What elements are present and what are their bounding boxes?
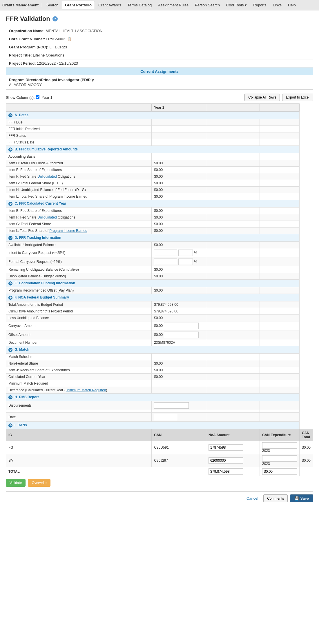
help-icon[interactable]: ?	[52, 16, 58, 21]
save-label: Save	[300, 496, 309, 501]
core-grant-value: H79SM002	[46, 37, 65, 41]
ffr-status-value	[152, 132, 206, 139]
nav-reports[interactable]: Reports	[250, 1, 269, 9]
section-e-collapse-icon[interactable]: ⊖	[8, 281, 12, 285]
unliquidated-link-1[interactable]: Unliquidated	[37, 174, 57, 179]
grant-program-row: Grant Program (PCC): LIFECR23	[6, 43, 313, 51]
section-b-label: B. FFR Cumulative Reported Amounts	[14, 147, 78, 151]
section-i-collapse-icon[interactable]: ⊖	[8, 423, 12, 427]
ffr-initial-received-label: FFR Initial Received	[6, 126, 152, 132]
ffr-due-value	[152, 119, 206, 126]
validate-overwrite-container: Validate Overwrite	[6, 479, 313, 487]
table-row: Disbursements	[6, 401, 313, 410]
table-row: Item D: Total Fed Funds Authorized $0.00	[6, 160, 313, 167]
can-noa-input-1[interactable]	[209, 444, 243, 451]
nav-terms-catalog[interactable]: Terms Catalog	[124, 1, 155, 9]
table-row: Unobligated Balance (Budget Period) $0.0…	[6, 273, 313, 280]
ffr-due-label: FFR Due	[6, 119, 152, 126]
grant-program-value: LIFECR23	[49, 45, 67, 49]
nav-grant-awards[interactable]: Grant Awards	[95, 1, 124, 9]
cancel-button[interactable]: Cancel	[244, 494, 261, 502]
offset-amount-input[interactable]	[164, 332, 199, 338]
can-noa-1	[206, 441, 260, 454]
project-period-value: 12/16/2022 - 12/15/2023	[37, 61, 78, 66]
nav-search[interactable]: Search	[44, 1, 61, 9]
carryover-amount-input[interactable]	[164, 323, 199, 329]
nav-bar: Grants Management Search Grant Portfolio…	[0, 0, 319, 10]
section-b-collapse-icon[interactable]: ⊖	[8, 148, 12, 152]
table-row: Item J: Recipient Share of Expenditures …	[6, 367, 313, 374]
save-icon: 💾	[294, 496, 299, 501]
section-d-header: ⊖ D. FFR Tracking Information	[6, 234, 313, 242]
cans-total-noa-input[interactable]	[209, 468, 243, 475]
nav-help[interactable]: Help	[285, 1, 299, 9]
disbursements-input[interactable]	[154, 402, 189, 409]
comments-button[interactable]: Comments	[263, 494, 288, 502]
table-row: Difference (Calculated Current Year - Mi…	[6, 387, 313, 394]
section-c-collapse-icon[interactable]: ⊖	[8, 202, 12, 206]
can-can-2: C96J297	[152, 454, 206, 467]
section-f-collapse-icon[interactable]: ⊖	[8, 296, 12, 300]
export-excel-button[interactable]: Export to Excel	[282, 94, 313, 101]
table-row: Remaining Unobligated Balance (Cumulativ…	[6, 266, 313, 273]
save-button[interactable]: 💾 Save	[290, 494, 313, 502]
section-g-collapse-icon[interactable]: ⊖	[8, 348, 12, 352]
intent-carryover-pct[interactable]	[178, 250, 193, 256]
table-row: Item F: Fed Share Unliquidated Obligatio…	[6, 173, 313, 180]
formal-carryover-input[interactable]	[154, 259, 177, 265]
nav-person-search[interactable]: Person Search	[192, 1, 223, 9]
table-row	[6, 410, 313, 413]
col-header-empty1	[206, 104, 260, 112]
section-b-header: ⊖ B. FFR Cumulative Reported Amounts	[6, 146, 313, 153]
org-row: Organization Name: MENTAL HEALTH ASSOCIA…	[6, 27, 313, 35]
section-d-label: D. FFR Tracking Information	[14, 236, 61, 240]
org-value: MENTAL HEALTH ASSOCIATION	[46, 29, 102, 33]
nav-cool-tools[interactable]: Cool Tools	[223, 1, 250, 9]
program-income-link[interactable]: Program Income Earned	[49, 229, 87, 233]
can-noa-input-2[interactable]	[209, 457, 243, 464]
section-c-label: C. FFR Calculated Current Year	[14, 201, 66, 205]
ffr-status-label: FFR Status	[6, 132, 152, 139]
section-h-label: H. PMS Report	[14, 395, 39, 399]
cans-col-can: CAN	[152, 429, 206, 441]
nav-assignment-rules[interactable]: Assignment Rules	[155, 1, 191, 9]
unliquidated-link-2[interactable]: Unliquidated	[37, 215, 57, 219]
show-cols: Show Column(s): Year 1	[6, 95, 52, 100]
cans-col-noa: NoA Amount	[206, 429, 260, 441]
formal-carryover-pct[interactable]	[178, 259, 193, 265]
section-g-header: ⊖ G. Match	[6, 346, 313, 354]
section-a-header: ⊖ A. Dates	[6, 112, 313, 119]
table-row: FFR Status Date	[6, 139, 313, 146]
nav-grant-portfolio[interactable]: Grant Portfolio	[62, 1, 95, 9]
ffr-status-date-value	[152, 139, 206, 146]
year1-checkbox-label[interactable]: Year 1	[36, 95, 52, 100]
grant-program-label: Grant Program (PCC):	[9, 45, 48, 49]
nav-links[interactable]: Links	[270, 1, 284, 9]
section-d-collapse-icon[interactable]: ⊖	[8, 236, 12, 240]
toolbar: Show Column(s): Year 1 Collapse All Rows…	[6, 94, 313, 101]
table-row: Item F: Fed Share Unliquidated Obligatio…	[6, 214, 313, 221]
table-row: Formal Carryover Request (>25%) %	[6, 257, 313, 266]
can-year-2: 2023	[262, 462, 270, 466]
section-a-collapse-icon[interactable]: ⊖	[8, 113, 12, 117]
min-match-link[interactable]: Minimum Match Required	[66, 388, 106, 392]
can-expenditure-input-2[interactable]	[262, 455, 297, 462]
cans-header-row: IC CAN NoA Amount CAN Expenditure CAN To…	[6, 429, 313, 441]
collapse-all-button[interactable]: Collapse All Rows	[244, 94, 280, 101]
year1-checkbox[interactable]	[36, 95, 39, 99]
section-f-label: F. NOA Federal Budget Summary	[14, 295, 69, 299]
table-row: Item L: Total Fed Share of Program Incom…	[6, 228, 313, 234]
cans-total-expenditure-input[interactable]	[262, 468, 297, 475]
table-row: Total Amount for this Budget Period $79,…	[6, 301, 313, 308]
table-row: FFR Initial Received	[6, 126, 313, 132]
intent-carryover-input[interactable]	[154, 250, 177, 256]
section-h-collapse-icon[interactable]: ⊖	[8, 395, 12, 399]
copy-icon[interactable]: 📋	[67, 37, 72, 41]
date-input[interactable]	[154, 414, 177, 420]
core-grant-label: Core Grant Number:	[9, 37, 45, 41]
can-expenditure-input-1[interactable]	[262, 442, 297, 449]
can-row: SM C96J297 2023 $0.00	[6, 454, 313, 467]
overwrite-button[interactable]: Overwrite	[28, 479, 50, 487]
validate-button[interactable]: Validate	[6, 479, 26, 487]
project-title-row: Project Title: Lifeline Operations	[6, 51, 313, 59]
